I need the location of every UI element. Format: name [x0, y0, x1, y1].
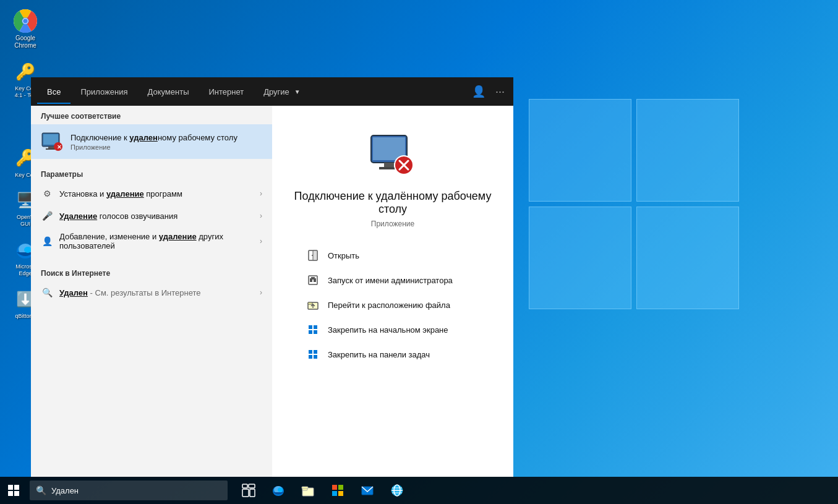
results-right-panel: Подключение к удалённому рабочемустолу П… [272, 106, 513, 477]
svg-text:✕: ✕ [57, 144, 62, 150]
svg-rect-55 [338, 485, 343, 490]
action-pin-start-label: Закрепить на начальном экране [328, 325, 448, 335]
best-match-item[interactable]: ✕ Подключение к удаленному рабочему стол… [31, 124, 272, 159]
tab-apps[interactable]: Приложения [71, 80, 137, 104]
internet-section: Поиск в Интернете 🔍 Удален - См. результ… [31, 260, 272, 306]
taskbar-search-input[interactable] [51, 486, 221, 495]
admin-shield-icon [307, 274, 319, 286]
action-open-label: Открыть [328, 251, 359, 260]
tab-all[interactable]: Все [37, 80, 71, 104]
action-open[interactable]: Открыть [297, 243, 489, 268]
taskbar: 🔍 [0, 477, 838, 504]
search-tab-icons: 👤 ··· [469, 82, 507, 101]
taskbar-pinned-icons [235, 477, 411, 504]
svg-rect-46 [242, 489, 249, 497]
svg-rect-57 [338, 491, 343, 496]
action-pin-start[interactable]: Закрепить на начальном экране [297, 317, 489, 342]
taskbar-explorer[interactable] [294, 477, 322, 504]
internet-search-item[interactable]: 🔍 Удален - См. результаты в Интернете › [31, 281, 272, 304]
taskbar-taskview[interactable] [235, 477, 262, 504]
win-pane-tl [529, 99, 631, 202]
more-options-icon[interactable]: ··· [493, 83, 507, 101]
app-detail-type: Приложение [371, 220, 414, 228]
best-match-subtitle: Приложение [71, 143, 262, 151]
taskbar-edge[interactable] [265, 477, 292, 504]
win-pane-tr [636, 99, 739, 202]
svg-rect-28 [311, 277, 315, 280]
windows-logo-desktop [529, 99, 739, 309]
svg-point-4 [23, 19, 28, 23]
taskbar-search-bar[interactable]: 🔍 [30, 481, 228, 500]
arrow-icon-internet: › [260, 288, 262, 297]
tab-internet[interactable]: Интернет [199, 80, 254, 104]
action-file-location[interactable]: Перейти к расположению файла [297, 293, 489, 317]
settings-section: Параметры ⚙ Установка и удаление програм… [31, 159, 272, 260]
win-pane-br [636, 207, 739, 309]
arrow-icon-voice: › [260, 211, 262, 220]
open-door-icon [307, 249, 319, 262]
svg-rect-53 [302, 487, 308, 489]
svg-rect-32 [309, 325, 312, 329]
settings-item-install-label: Установка и удаление программ [59, 189, 254, 199]
start-button[interactable] [0, 477, 27, 504]
svg-point-24 [312, 255, 313, 256]
app-detail-icon [368, 130, 417, 180]
settings-gear-icon: ⚙ [41, 187, 53, 200]
svg-rect-36 [309, 350, 312, 354]
desktop-icon-chrome[interactable]: Google Chrome [3, 6, 48, 52]
search-results: Лучшее соответствие ✕ [31, 106, 513, 477]
action-run-admin[interactable]: Запуск от имени администратора [297, 268, 489, 293]
tab-other[interactable]: Другие ▼ [254, 80, 310, 104]
svg-rect-44 [242, 484, 247, 488]
svg-rect-34 [309, 330, 312, 334]
arrow-icon-install: › [260, 189, 262, 198]
svg-rect-35 [314, 330, 317, 334]
svg-rect-39 [314, 355, 317, 359]
svg-rect-38 [309, 355, 312, 359]
internet-search-text: Удален - См. результаты в Интернете [59, 288, 201, 297]
internet-search-suffix: - См. результаты в Интернете [90, 288, 201, 297]
user-icon[interactable]: 👤 [469, 82, 488, 101]
pin-start-icon [307, 323, 319, 336]
taskbar-ie[interactable] [383, 477, 411, 504]
tab-docs[interactable]: Документы [137, 80, 199, 104]
svg-point-50 [278, 488, 283, 492]
folder-location-icon [307, 299, 319, 311]
taskbar-mail[interactable] [354, 477, 381, 504]
results-left-panel: Лучшее соответствие ✕ [31, 106, 272, 477]
settings-item-install[interactable]: ⚙ Установка и удаление программ › [31, 182, 272, 205]
svg-rect-45 [249, 484, 255, 488]
svg-rect-56 [332, 491, 337, 496]
action-admin-label: Запуск от имени администратора [328, 276, 453, 285]
pin-taskbar-icon [307, 348, 319, 361]
settings-mic-icon: 🎤 [41, 210, 53, 222]
svg-rect-37 [314, 350, 317, 354]
taskbar-search-icon: 🔍 [36, 485, 46, 495]
win-pane-bl [529, 207, 631, 309]
taskbar-store[interactable] [324, 477, 351, 504]
arrow-icon-users: › [260, 237, 262, 246]
best-match-text: Подключение к удаленному рабочему столу … [71, 133, 262, 151]
svg-rect-23 [313, 250, 317, 260]
action-pin-taskbar[interactable]: Закрепить на панели задач [297, 342, 489, 367]
app-detail-name: Подключение к удалённому рабочемустолу [294, 190, 492, 216]
svg-rect-42 [8, 491, 13, 496]
svg-rect-17 [384, 163, 394, 168]
action-file-label: Перейти к расположению файла [328, 301, 450, 310]
start-menu: Все Приложения Документы Интернет Другие… [31, 77, 513, 477]
svg-rect-47 [250, 489, 255, 497]
svg-rect-30 [308, 302, 312, 304]
chrome-icon [13, 9, 38, 33]
internet-header: Поиск в Интернете [31, 263, 272, 281]
best-match-title: Подключение к удаленному рабочему столу [71, 133, 262, 142]
best-match-header: Лучшее соответствие [31, 106, 272, 124]
svg-rect-54 [332, 485, 337, 490]
rdp-app-icon: ✕ [41, 130, 63, 153]
settings-item-voice[interactable]: 🎤 Удаление голосов озвучивания › [31, 205, 272, 227]
chevron-down-icon: ▼ [294, 88, 301, 95]
app-detail: Подключение к удалённому рабочемустолу П… [272, 106, 513, 379]
settings-header: Параметры [31, 164, 272, 182]
settings-item-users-label: Добавление, изменение и удаление других … [59, 232, 254, 250]
settings-item-users[interactable]: 👤 Добавление, изменение и удаление други… [31, 227, 272, 255]
settings-item-voice-label: Удаление голосов озвучивания [59, 211, 254, 221]
